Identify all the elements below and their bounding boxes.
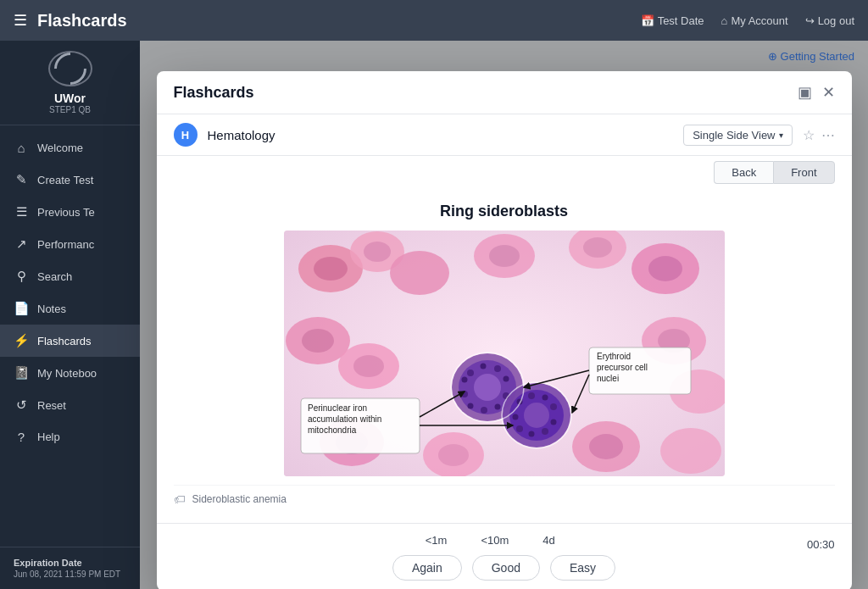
svg-point-5 bbox=[390, 251, 449, 295]
sidebar-sub: STEP1 QB bbox=[49, 105, 91, 114]
svg-point-35 bbox=[467, 403, 473, 409]
svg-point-50 bbox=[524, 403, 549, 428]
timing-value-2: <10m bbox=[481, 534, 509, 547]
timing-item-3: 4d bbox=[542, 534, 554, 547]
svg-point-48 bbox=[516, 425, 523, 432]
modal-title: Flashcards bbox=[174, 84, 254, 102]
sidebar-nav: ⌂ Welcome ✎ Create Test ☰ Previous Te ↗ … bbox=[0, 125, 140, 547]
sidebar-footer: Expiration Date Jun 08, 2021 11:59 PM ED… bbox=[0, 547, 140, 589]
svg-text:mitochondria: mitochondria bbox=[308, 425, 357, 435]
svg-text:Erythroid: Erythroid bbox=[597, 352, 631, 361]
card-nav: Back Front bbox=[157, 156, 852, 189]
home-icon: ⌂ bbox=[14, 141, 29, 155]
svg-point-49 bbox=[512, 414, 518, 420]
svg-text:accumulation within: accumulation within bbox=[308, 414, 381, 424]
logo-inner bbox=[47, 46, 93, 92]
sidebar-item-help[interactable]: ? Help bbox=[0, 421, 140, 453]
card-image: Erythroid precursor cell nuclei Perinucl… bbox=[284, 231, 725, 476]
svg-point-34 bbox=[481, 407, 487, 414]
svg-point-25 bbox=[660, 428, 721, 474]
svg-text:nuclei: nuclei bbox=[597, 374, 619, 383]
svg-point-4 bbox=[364, 242, 391, 262]
app-body: UWor STEP1 QB ⌂ Welcome ✎ Create Test ☰ … bbox=[0, 41, 868, 589]
modal-body: Ring sideroblasts bbox=[157, 189, 852, 523]
modal-subheader-actions: ☆ ⋯ bbox=[803, 127, 835, 143]
close-button[interactable]: ✕ bbox=[822, 83, 835, 102]
hematology-badge: H bbox=[174, 123, 198, 147]
card-title: Ring sideroblasts bbox=[174, 203, 835, 220]
svg-point-2 bbox=[314, 257, 348, 281]
sidebar-item-notes[interactable]: 📄 Notes bbox=[0, 292, 140, 325]
svg-point-38 bbox=[474, 374, 501, 401]
sidebar-item-label: Previous Te bbox=[37, 206, 95, 219]
sidebar-item-search[interactable]: ⚲ Search bbox=[0, 260, 140, 292]
card-tags: 🏷 Sideroblastic anemia bbox=[174, 485, 835, 513]
star-button[interactable]: ☆ bbox=[803, 127, 815, 143]
sidebar-item-performance[interactable]: ↗ Performanc bbox=[0, 228, 140, 260]
sidebar-item-label: Search bbox=[37, 270, 72, 283]
menu-icon[interactable]: ☰ bbox=[14, 11, 27, 30]
svg-point-33 bbox=[494, 404, 500, 410]
modal-header: Flashcards ▣ ✕ bbox=[157, 71, 852, 114]
chevron-down-icon: ▾ bbox=[779, 131, 783, 140]
reset-icon: ↺ bbox=[14, 397, 29, 413]
sidebar-item-notebook[interactable]: 📓 My Noteboo bbox=[0, 357, 140, 389]
front-button[interactable]: Front bbox=[773, 161, 834, 184]
sidebar-item-flashcards[interactable]: ⚡ Flashcards bbox=[0, 325, 140, 357]
svg-text:Perinuclear iron: Perinuclear iron bbox=[308, 403, 367, 413]
more-options-button[interactable]: ⋯ bbox=[821, 127, 835, 143]
again-button[interactable]: Again bbox=[392, 555, 462, 581]
timing-value-1: <1m bbox=[426, 534, 448, 547]
logout-link[interactable]: ↪ Log out bbox=[805, 14, 854, 27]
sidebar-item-welcome[interactable]: ⌂ Welcome bbox=[0, 132, 140, 164]
view-selector[interactable]: Single Side View ▾ bbox=[683, 125, 792, 146]
sidebar-item-label: Create Test bbox=[37, 174, 93, 186]
logout-icon: ↪ bbox=[805, 14, 815, 27]
subject-title: Hematology bbox=[208, 128, 674, 142]
sidebar-item-label: Welcome bbox=[37, 142, 83, 154]
svg-point-31 bbox=[503, 376, 509, 382]
sidebar-item-reset[interactable]: ↺ Reset bbox=[0, 389, 140, 421]
tag-icon: 🏷 bbox=[174, 492, 186, 506]
svg-point-44 bbox=[550, 403, 557, 410]
blood-cell-svg: Erythroid precursor cell nuclei Perinucl… bbox=[284, 231, 725, 476]
sidebar-logo-area: UWor STEP1 QB bbox=[0, 41, 140, 125]
flash-icon: ⚡ bbox=[14, 333, 29, 348]
svg-point-28 bbox=[467, 370, 474, 376]
good-button[interactable]: Good bbox=[472, 555, 540, 581]
svg-point-24 bbox=[589, 434, 623, 459]
logo-circle bbox=[48, 51, 92, 86]
svg-point-37 bbox=[461, 377, 467, 383]
easy-button[interactable]: Easy bbox=[550, 555, 615, 581]
sidebar-brand: UWor bbox=[54, 92, 86, 105]
modal-footer: <1m <10m 4d 00:30 bbox=[157, 523, 852, 589]
notes-icon: 📄 bbox=[14, 301, 29, 316]
list-icon: ☰ bbox=[14, 204, 29, 219]
svg-point-45 bbox=[550, 420, 556, 425]
sidebar-item-previous-tests[interactable]: ☰ Previous Te bbox=[0, 196, 140, 228]
sidebar-item-create-test[interactable]: ✎ Create Test bbox=[0, 164, 140, 196]
timer-display: 00:30 bbox=[807, 538, 835, 551]
minimize-button[interactable]: ▣ bbox=[798, 83, 812, 102]
sidebar-item-label: Performanc bbox=[37, 238, 94, 251]
svg-point-42 bbox=[528, 392, 535, 399]
main-content: ⊕ Getting Started Flashcards ▣ ✕ bbox=[140, 41, 868, 589]
app-title: Flashcards bbox=[37, 11, 631, 31]
modal-overlay: Flashcards ▣ ✕ H Hematology Single Side … bbox=[140, 41, 868, 589]
svg-point-22 bbox=[438, 444, 469, 466]
my-account-link[interactable]: ⌂ My Account bbox=[721, 14, 788, 27]
sidebar-item-label: Help bbox=[37, 431, 60, 443]
timing-row-wrap: <1m <10m 4d 00:30 bbox=[174, 534, 835, 555]
timing-item-2: <10m bbox=[481, 534, 509, 547]
back-button[interactable]: Back bbox=[714, 161, 773, 184]
timing-actions-row: Again Good Easy bbox=[174, 555, 835, 581]
test-date-link[interactable]: 📅 Test Date bbox=[641, 14, 704, 27]
sidebar-item-label: Notes bbox=[37, 303, 66, 315]
edit-icon: ✎ bbox=[14, 172, 29, 187]
header-right: 📅 Test Date ⌂ My Account ↪ Log out bbox=[641, 14, 854, 27]
svg-point-7 bbox=[489, 245, 520, 267]
sidebar-item-label: Reset bbox=[37, 399, 66, 412]
top-header: ☰ Flashcards 📅 Test Date ⌂ My Account ↪ … bbox=[0, 0, 868, 41]
calendar-icon: 📅 bbox=[641, 14, 654, 27]
tag-label: Sideroblastic anemia bbox=[192, 493, 287, 505]
